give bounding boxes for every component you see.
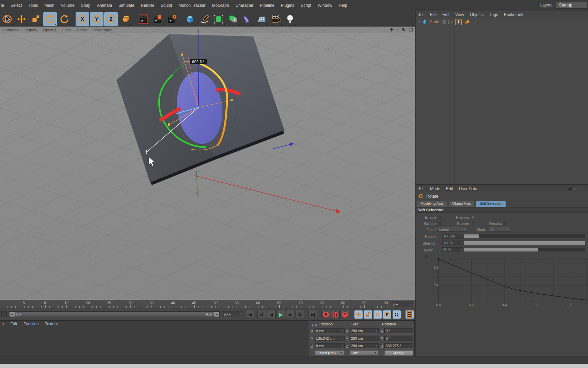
menu-window[interactable]: Window [318,3,332,8]
viewport-menu-panel[interactable]: Panel [77,28,87,32]
am-menu-edit[interactable]: Edit [446,186,453,191]
key-rotation-toggle[interactable]: ↻ [373,310,382,319]
viewport-menu-filter[interactable]: Filter [62,28,71,32]
play-button[interactable]: ▶ [276,310,285,319]
menu-help[interactable]: Help [339,3,347,8]
key-position-toggle[interactable] [354,310,363,319]
panel-grip[interactable] [417,187,423,190]
viewport-orbit-icon[interactable]: ↻ [402,28,406,32]
keyframe-selection-button[interactable]: ? [340,310,349,319]
size-x-field[interactable]: 200 cm↕ [350,328,379,334]
pos-y-field[interactable]: 135.042 cm↕ [315,336,345,341]
material-menu-create-clipped[interactable]: e [2,322,4,326]
preview-checkmark[interactable]: ✓ [472,215,475,219]
bend-deformer-button[interactable] [240,12,254,26]
width-field[interactable]: 50 %↕ [442,247,463,252]
key-scale-toggle[interactable] [364,310,372,319]
om-menu-file[interactable]: File [430,12,436,17]
stepper-icon[interactable]: ↕ [240,312,242,316]
strength-slider[interactable] [464,241,585,245]
radius-field[interactable]: 100 cm↕ [442,234,463,239]
menu-snap[interactable]: Snap [81,3,91,8]
menu-script[interactable]: Script [301,3,311,8]
menu-simulate[interactable]: Simulate [118,3,134,8]
floor-button[interactable] [255,12,268,26]
camera-button[interactable] [269,12,283,26]
viewport-zoom-icon[interactable]: ↕ [397,28,399,32]
timeline-range-bar[interactable]: ◀ 0 F 90 F ▶ [10,312,219,317]
enable-checkbox[interactable] [439,216,442,219]
perspective-viewport[interactable]: Cameras Display Options Filter Panel Pro… [0,27,415,300]
editor-visibility-dot[interactable] [448,20,449,21]
history-back-icon[interactable]: ◀ [568,186,571,191]
go-to-start-button[interactable]: |◀ [245,310,254,319]
record-keyframe-button[interactable] [321,310,330,319]
selected-tag[interactable] [455,19,462,25]
live-selection-button[interactable] [0,12,14,26]
subdivision-surface-button[interactable] [212,12,225,26]
layout-dropdown[interactable]: Startup [556,2,587,9]
panel-grip[interactable] [312,322,317,326]
history-forward-icon[interactable]: ▶ [574,186,577,191]
material-menu-function[interactable]: Function [23,322,38,326]
surface-checkbox[interactable] [439,222,442,225]
size-y-field[interactable]: 200 cm↕ [350,336,379,341]
viewport-menu-cameras[interactable]: Cameras [3,28,19,32]
lock-x-axis-button[interactable]: X [76,12,89,26]
tab-object-axis[interactable]: Object Axis [449,201,474,207]
om-menu-bookmarks[interactable]: Bookmarks [504,12,524,17]
pos-z-field[interactable]: 0 cm↕ [315,343,345,349]
am-menu-mode[interactable]: Mode [430,186,440,191]
range-end-grip[interactable]: ▶ [214,312,219,317]
menu-character[interactable]: Character [236,3,254,8]
size-z-field[interactable]: 200 cm↕ [350,343,379,349]
next-frame-button[interactable]: ▶ [286,310,295,319]
falloff-curve-graph[interactable] [423,257,588,308]
viewport-pan-icon[interactable]: ✣ [390,28,394,32]
tab-soft-selection[interactable]: Soft Selection [476,201,506,207]
curve-start-point[interactable] [438,258,439,260]
material-menu-edit[interactable]: Edit [10,322,17,326]
previous-key-button[interactable]: ↺ [257,310,266,319]
range-start-grip[interactable]: ◀ [10,312,15,317]
enable-check-icon[interactable]: ✓ [450,19,454,24]
om-menu-edit[interactable]: Edit [442,12,449,17]
om-menu-tags[interactable]: Tags [490,12,498,17]
viewport-menu-options[interactable]: Options [43,28,57,32]
rotate-tool-button[interactable] [43,12,57,26]
timeline-ruler[interactable]: 5 10 15 20 25 30 35 40 45 50 55 60 65 70… [0,300,415,308]
solo-animation-button[interactable] [405,310,414,319]
render-view-button[interactable] [137,12,150,26]
strength-field[interactable]: 100 %↕ [442,241,463,245]
am-menu-user-data[interactable]: User Data [459,186,477,191]
pos-x-field[interactable]: 0 cm↕ [315,328,345,334]
menu-animate[interactable]: Animate [97,3,112,8]
render-visibility-dot[interactable] [448,22,449,24]
spline-pen-button[interactable] [197,12,211,26]
layer-swatch-icon[interactable] [442,20,446,24]
next-key-button[interactable]: ↻ [296,310,304,319]
render-picture-viewer-button[interactable] [151,12,164,26]
rot-h-field[interactable]: 0 °↕ [384,328,413,334]
menu-mesh[interactable]: Mesh [44,3,54,8]
go-to-end-button[interactable]: ▶| [308,310,317,319]
soft-selection-section-header[interactable]: Soft Selection [416,207,588,213]
menu-sculpt[interactable]: Sculpt [161,3,172,8]
curve-control-point[interactable] [520,290,521,291]
current-frame-field[interactable]: 0 F ↕ [391,301,413,307]
rubber-checkbox[interactable] [472,222,475,225]
phong-tag[interactable] [464,19,470,25]
lock-icon[interactable] [580,187,583,190]
restrict-checkbox[interactable] [504,222,507,225]
viewport-menu-prorender[interactable]: ProRender [93,28,112,32]
apply-button[interactable]: Apply [384,350,413,356]
object-row-cube[interactable]: └ Cube ✓ [416,19,588,26]
key-parameter-toggle[interactable]: P [383,310,392,319]
scale-tool-button[interactable] [29,12,43,26]
add-cube-button[interactable] [183,12,197,26]
menu-create-clipped[interactable]: te [1,3,4,8]
menu-render[interactable]: Render [141,3,154,8]
viewport-menu-display[interactable]: Display [25,28,37,32]
object-name[interactable]: Cube [430,20,439,24]
material-menu-texture[interactable]: Texture [45,322,58,326]
